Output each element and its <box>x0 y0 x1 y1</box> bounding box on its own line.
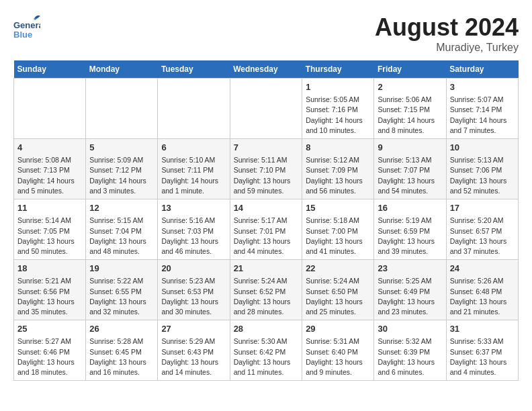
cell-content: Sunrise: 5:24 AM Sunset: 6:50 PM Dayligh… <box>306 276 370 317</box>
calendar-cell: 29Sunrise: 5:31 AM Sunset: 6:40 PM Dayli… <box>302 320 374 381</box>
day-number: 30 <box>378 323 442 335</box>
day-number: 15 <box>306 202 370 214</box>
day-header-sunday: Sunday <box>14 60 86 79</box>
calendar-cell: 4Sunrise: 5:08 AM Sunset: 7:13 PM Daylig… <box>14 139 86 199</box>
day-number: 25 <box>17 323 82 335</box>
cell-content: Sunrise: 5:23 AM Sunset: 6:53 PM Dayligh… <box>161 276 226 317</box>
day-number: 3 <box>450 81 515 93</box>
day-number: 1 <box>306 81 370 93</box>
day-number: 26 <box>89 323 154 335</box>
cell-content: Sunrise: 5:19 AM Sunset: 6:59 PM Dayligh… <box>378 216 442 257</box>
day-header-row: SundayMondayTuesdayWednesdayThursdayFrid… <box>14 60 519 79</box>
day-number: 17 <box>450 202 515 214</box>
calendar-cell: 5Sunrise: 5:09 AM Sunset: 7:12 PM Daylig… <box>86 139 158 199</box>
calendar-cell: 31Sunrise: 5:33 AM Sunset: 6:37 PM Dayli… <box>446 320 518 381</box>
cell-content: Sunrise: 5:30 AM Sunset: 6:42 PM Dayligh… <box>234 336 299 377</box>
calendar-cell: 13Sunrise: 5:16 AM Sunset: 7:03 PM Dayli… <box>158 199 230 260</box>
calendar-cell: 20Sunrise: 5:23 AM Sunset: 6:53 PM Dayli… <box>158 260 230 320</box>
cell-content: Sunrise: 5:06 AM Sunset: 7:15 PM Dayligh… <box>378 95 442 136</box>
day-number: 22 <box>306 263 370 275</box>
cell-content: Sunrise: 5:17 AM Sunset: 7:01 PM Dayligh… <box>234 216 299 257</box>
calendar-cell: 1Sunrise: 5:05 AM Sunset: 7:16 PM Daylig… <box>302 79 374 139</box>
day-header-wednesday: Wednesday <box>230 60 302 79</box>
calendar-cell: 26Sunrise: 5:28 AM Sunset: 6:45 PM Dayli… <box>86 320 158 381</box>
day-number: 21 <box>234 263 299 275</box>
calendar-cell: 15Sunrise: 5:18 AM Sunset: 7:00 PM Dayli… <box>302 199 374 260</box>
day-number: 2 <box>378 81 442 93</box>
calendar-cell: 10Sunrise: 5:13 AM Sunset: 7:06 PM Dayli… <box>446 139 518 199</box>
calendar-cell <box>158 79 230 139</box>
day-number: 4 <box>17 142 82 154</box>
calendar-week-3: 11Sunrise: 5:14 AM Sunset: 7:05 PM Dayli… <box>14 199 519 260</box>
calendar-cell: 22Sunrise: 5:24 AM Sunset: 6:50 PM Dayli… <box>302 260 374 320</box>
calendar-cell: 23Sunrise: 5:25 AM Sunset: 6:49 PM Dayli… <box>374 260 446 320</box>
calendar-cell: 25Sunrise: 5:27 AM Sunset: 6:46 PM Dayli… <box>14 320 86 381</box>
calendar-week-5: 25Sunrise: 5:27 AM Sunset: 6:46 PM Dayli… <box>14 320 519 381</box>
cell-content: Sunrise: 5:24 AM Sunset: 6:52 PM Dayligh… <box>234 276 299 317</box>
day-number: 14 <box>234 202 299 214</box>
calendar-week-2: 4Sunrise: 5:08 AM Sunset: 7:13 PM Daylig… <box>14 139 519 199</box>
day-header-tuesday: Tuesday <box>158 60 230 79</box>
svg-text:Blue: Blue <box>13 30 32 40</box>
svg-text:General: General <box>13 20 40 30</box>
calendar-week-1: 1Sunrise: 5:05 AM Sunset: 7:16 PM Daylig… <box>14 79 519 139</box>
cell-content: Sunrise: 5:10 AM Sunset: 7:11 PM Dayligh… <box>161 155 226 196</box>
day-number: 5 <box>89 142 154 154</box>
logo-icon: General Blue <box>13 13 40 40</box>
calendar-cell <box>14 79 86 139</box>
cell-content: Sunrise: 5:12 AM Sunset: 7:09 PM Dayligh… <box>306 155 370 196</box>
day-number: 29 <box>306 323 370 335</box>
day-header-friday: Friday <box>374 60 446 79</box>
day-number: 27 <box>161 323 226 335</box>
cell-content: Sunrise: 5:25 AM Sunset: 6:49 PM Dayligh… <box>378 276 442 317</box>
cell-content: Sunrise: 5:05 AM Sunset: 7:16 PM Dayligh… <box>306 95 370 136</box>
calendar-cell: 9Sunrise: 5:13 AM Sunset: 7:07 PM Daylig… <box>374 139 446 199</box>
cell-content: Sunrise: 5:15 AM Sunset: 7:04 PM Dayligh… <box>89 216 154 257</box>
calendar-cell: 21Sunrise: 5:24 AM Sunset: 6:52 PM Dayli… <box>230 260 302 320</box>
month-year-title: August 2024 <box>375 13 519 42</box>
day-number: 20 <box>161 263 226 275</box>
cell-content: Sunrise: 5:09 AM Sunset: 7:12 PM Dayligh… <box>89 155 154 196</box>
day-number: 31 <box>450 323 515 335</box>
cell-content: Sunrise: 5:31 AM Sunset: 6:40 PM Dayligh… <box>306 336 370 377</box>
cell-content: Sunrise: 5:13 AM Sunset: 7:06 PM Dayligh… <box>450 155 515 196</box>
calendar-cell: 24Sunrise: 5:26 AM Sunset: 6:48 PM Dayli… <box>446 260 518 320</box>
calendar-cell: 3Sunrise: 5:07 AM Sunset: 7:14 PM Daylig… <box>446 79 518 139</box>
cell-content: Sunrise: 5:11 AM Sunset: 7:10 PM Dayligh… <box>234 155 299 196</box>
cell-content: Sunrise: 5:20 AM Sunset: 6:57 PM Dayligh… <box>450 216 515 257</box>
day-number: 19 <box>89 263 154 275</box>
day-number: 24 <box>450 263 515 275</box>
calendar-header: SundayMondayTuesdayWednesdayThursdayFrid… <box>14 60 519 79</box>
calendar-cell: 14Sunrise: 5:17 AM Sunset: 7:01 PM Dayli… <box>230 199 302 260</box>
cell-content: Sunrise: 5:32 AM Sunset: 6:39 PM Dayligh… <box>378 336 442 377</box>
day-number: 6 <box>161 142 226 154</box>
cell-content: Sunrise: 5:22 AM Sunset: 6:55 PM Dayligh… <box>89 276 154 317</box>
cell-content: Sunrise: 5:14 AM Sunset: 7:05 PM Dayligh… <box>17 216 82 257</box>
logo: General Blue <box>13 13 40 40</box>
calendar-body: 1Sunrise: 5:05 AM Sunset: 7:16 PM Daylig… <box>14 79 519 381</box>
day-number: 8 <box>306 142 370 154</box>
day-number: 11 <box>17 202 82 214</box>
day-number: 13 <box>161 202 226 214</box>
day-number: 9 <box>378 142 442 154</box>
calendar-cell: 27Sunrise: 5:29 AM Sunset: 6:43 PM Dayli… <box>158 320 230 381</box>
day-number: 12 <box>89 202 154 214</box>
calendar-cell: 28Sunrise: 5:30 AM Sunset: 6:42 PM Dayli… <box>230 320 302 381</box>
calendar-cell: 8Sunrise: 5:12 AM Sunset: 7:09 PM Daylig… <box>302 139 374 199</box>
calendar-table: SundayMondayTuesdayWednesdayThursdayFrid… <box>13 60 519 381</box>
calendar-week-4: 18Sunrise: 5:21 AM Sunset: 6:56 PM Dayli… <box>14 260 519 320</box>
page-header: General Blue August 2024 Muradiye, Turke… <box>13 13 519 54</box>
day-header-monday: Monday <box>86 60 158 79</box>
calendar-cell <box>86 79 158 139</box>
cell-content: Sunrise: 5:18 AM Sunset: 7:00 PM Dayligh… <box>306 216 370 257</box>
cell-content: Sunrise: 5:13 AM Sunset: 7:07 PM Dayligh… <box>378 155 442 196</box>
day-number: 7 <box>234 142 299 154</box>
calendar-cell <box>230 79 302 139</box>
day-header-saturday: Saturday <box>446 60 518 79</box>
cell-content: Sunrise: 5:27 AM Sunset: 6:46 PM Dayligh… <box>17 336 82 377</box>
day-number: 23 <box>378 263 442 275</box>
calendar-cell: 12Sunrise: 5:15 AM Sunset: 7:04 PM Dayli… <box>86 199 158 260</box>
day-number: 18 <box>17 263 82 275</box>
cell-content: Sunrise: 5:26 AM Sunset: 6:48 PM Dayligh… <box>450 276 515 317</box>
calendar-cell: 18Sunrise: 5:21 AM Sunset: 6:56 PM Dayli… <box>14 260 86 320</box>
